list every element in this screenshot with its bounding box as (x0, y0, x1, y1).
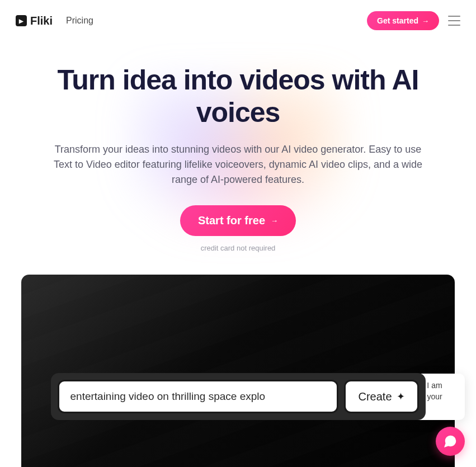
hero-section: Turn idea into videos with AI voices Tra… (0, 41, 476, 252)
header-right: Get started → (367, 11, 460, 30)
sparkle-icon: ✦ (397, 390, 405, 403)
get-started-label: Get started (377, 16, 418, 25)
header-left: Fliki Pricing (16, 15, 93, 27)
hamburger-menu-icon[interactable] (448, 16, 460, 26)
cta-label: Start for free (198, 214, 265, 227)
nav-pricing[interactable]: Pricing (66, 16, 93, 26)
create-label: Create (358, 390, 392, 403)
prompt-bar: Create ✦ (51, 373, 426, 420)
arrow-right-icon: → (271, 216, 278, 225)
chat-bubble-icon (444, 435, 457, 448)
credit-card-note: credit card not required (22, 244, 454, 252)
logo[interactable]: Fliki (16, 15, 53, 27)
logo-text: Fliki (30, 15, 53, 27)
start-for-free-button[interactable]: Start for free → (180, 205, 296, 236)
logo-icon (16, 15, 27, 26)
header: Fliki Pricing Get started → (0, 0, 476, 41)
hero-title: Turn idea into videos with AI voices (22, 64, 454, 129)
prompt-input[interactable] (58, 380, 339, 413)
chat-button[interactable] (436, 427, 465, 456)
hero-subtitle: Transform your ideas into stunning video… (48, 142, 428, 187)
create-button[interactable]: Create ✦ (344, 380, 418, 413)
arrow-right-icon: → (422, 17, 429, 25)
get-started-button[interactable]: Get started → (367, 11, 439, 30)
